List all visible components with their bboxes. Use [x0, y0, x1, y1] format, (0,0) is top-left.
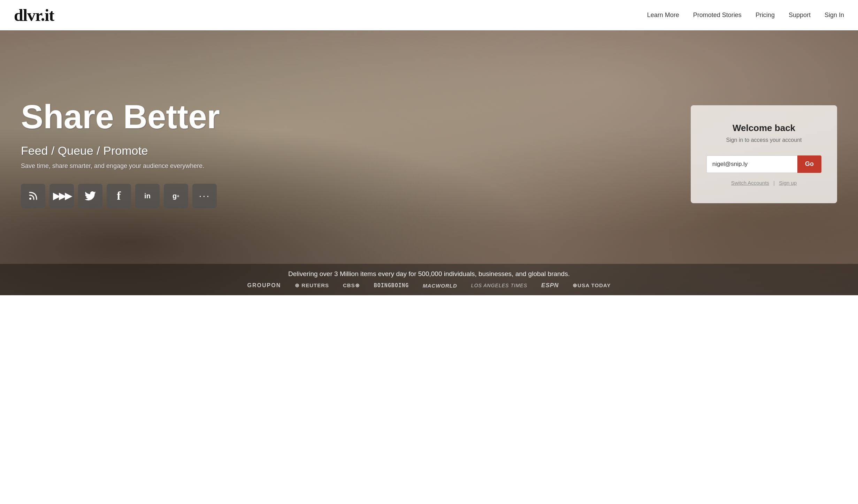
groupon-logo: GROUPON	[247, 282, 281, 289]
go-button[interactable]: Go	[797, 155, 821, 173]
switch-accounts-link[interactable]: Switch Accounts	[731, 180, 769, 186]
feed-arrows-icon[interactable]: ▶▶▶	[49, 184, 74, 208]
sign-up-link[interactable]: Sign up	[779, 180, 797, 186]
latimes-logo: Los Angeles Times	[471, 283, 527, 288]
reuters-logo: ⊛ REUTERS	[295, 282, 329, 289]
macworld-logo: Macworld	[423, 283, 457, 289]
boingboing-logo: boingboing	[374, 282, 409, 289]
nav-pricing[interactable]: Pricing	[756, 12, 775, 19]
twitter-icon[interactable]	[78, 184, 102, 208]
main-nav: Learn More Promoted Stories Pricing Supp…	[647, 12, 844, 19]
hero-subheadline: Feed / Queue / Promote	[21, 144, 670, 158]
nav-learn-more[interactable]: Learn More	[647, 12, 679, 19]
hero-left: Share Better Feed / Queue / Promote Save…	[21, 100, 670, 208]
hero-headline: Share Better	[21, 100, 670, 133]
hero-content: Share Better Feed / Queue / Promote Save…	[0, 30, 858, 264]
hero-tagline: Save time, share smarter, and engage you…	[21, 162, 670, 170]
cbs-logo: CBS⊛	[343, 282, 360, 289]
facebook-icon[interactable]: f	[107, 184, 131, 208]
link-separator: |	[773, 180, 775, 186]
nav-promoted-stories[interactable]: Promoted Stories	[693, 12, 742, 19]
social-icons-row: ▶▶▶ f in g+ ···	[21, 184, 670, 208]
signin-links: Switch Accounts | Sign up	[706, 180, 821, 186]
signin-card: Welcome back Sign in to access your acco…	[691, 105, 837, 203]
stats-bar: Delivering over 3 Million items every da…	[0, 264, 858, 295]
nav-support[interactable]: Support	[789, 12, 811, 19]
signin-form: Go	[706, 155, 821, 173]
nav-sign-in[interactable]: Sign In	[825, 12, 844, 19]
rss-icon[interactable]	[21, 184, 45, 208]
more-icon[interactable]: ···	[192, 184, 217, 208]
hero-section: Share Better Feed / Queue / Promote Save…	[0, 30, 858, 295]
espn-logo: ESPN	[541, 282, 559, 289]
googleplus-icon[interactable]: g+	[164, 184, 188, 208]
brand-logos: GROUPON ⊛ REUTERS CBS⊛ boingboing Macwor…	[21, 282, 837, 289]
signin-title: Welcome back	[706, 123, 821, 133]
email-input[interactable]	[706, 155, 797, 173]
logo[interactable]: dlvr.it	[14, 6, 54, 25]
usatoday-logo: ⊛USA TODAY	[573, 282, 611, 289]
linkedin-icon[interactable]: in	[135, 184, 160, 208]
svg-point-0	[29, 198, 31, 200]
signin-subtitle: Sign in to access your account	[706, 137, 821, 143]
stats-text: Delivering over 3 Million items every da…	[21, 270, 837, 278]
header: dlvr.it Learn More Promoted Stories Pric…	[0, 0, 858, 30]
